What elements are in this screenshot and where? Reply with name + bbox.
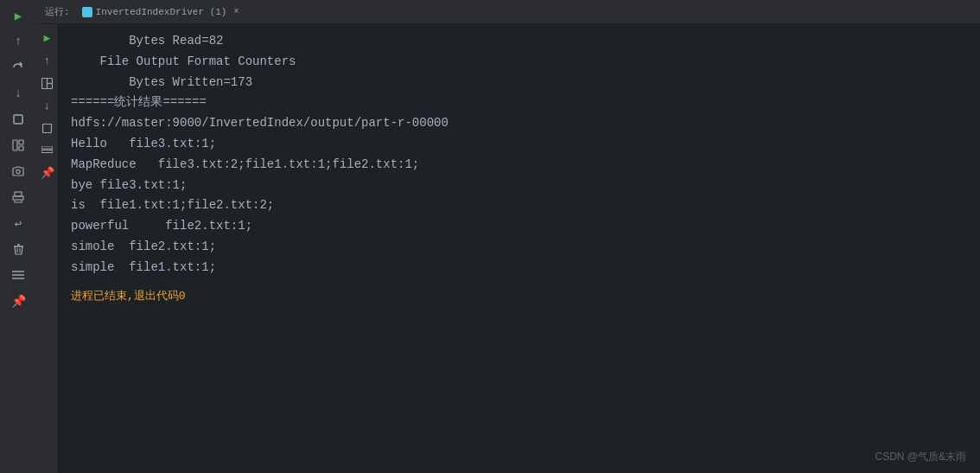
toolbar-stop-btn[interactable] — [39, 119, 56, 137]
toolbar-up-btn[interactable]: ↑ — [39, 52, 56, 69]
output-line: simple file1.txt:1; — [71, 258, 968, 278]
svg-point-4 — [16, 169, 20, 173]
sidebar-rerun-btn[interactable] — [4, 55, 32, 80]
sidebar-camera-btn[interactable] — [4, 159, 32, 183]
status-line: 进程已结束,退出代码0 — [71, 287, 968, 306]
svg-rect-0 — [14, 115, 22, 124]
svg-rect-2 — [19, 140, 23, 144]
sidebar-run-btn[interactable]: ▶ — [4, 3, 32, 28]
svg-rect-16 — [43, 124, 52, 132]
output-line: hdfs://master:9000/InvertedIndex/output/… — [71, 113, 968, 134]
tab-close-btn[interactable]: × — [233, 7, 239, 16]
content-area: ▶ ↑ ↓ 📌 — [36, 24, 980, 473]
sidebar: ▶ ↑ ↓ ↩ — [0, 0, 36, 473]
sidebar-stop-btn[interactable] — [4, 107, 32, 131]
main-content: 运行: InvertedIndexDriver (1) × ▶ ↑ ↓ — [36, 0, 980, 473]
toolbar-stack-btn[interactable] — [39, 142, 56, 159]
toolbar-down-btn[interactable]: ↓ — [39, 97, 56, 114]
output-line: Bytes Read=82 — [71, 31, 968, 52]
toolbar-run-btn[interactable]: ▶ — [39, 29, 56, 47]
tab-item[interactable]: InvertedIndexDriver (1) × — [75, 0, 246, 23]
left-toolbar: ▶ ↑ ↓ 📌 — [36, 24, 59, 473]
svg-rect-3 — [19, 146, 23, 150]
output-line: Bytes Written=173 — [71, 73, 968, 93]
output-line: MapReduce file3.txt:2;file1.txt:1;file2.… — [71, 155, 968, 176]
sidebar-edit-btn[interactable]: ↩ — [4, 211, 32, 235]
svg-rect-17 — [41, 146, 53, 149]
sidebar-delete-btn[interactable] — [4, 237, 32, 261]
tab-file-icon — [82, 7, 92, 17]
svg-rect-1 — [13, 140, 17, 150]
output-line: powerful file2.txt:1; — [71, 216, 968, 237]
svg-rect-18 — [41, 150, 53, 153]
output-line: simole file2.txt:1; — [71, 237, 968, 258]
output-panel[interactable]: Bytes Read=82 File Output Format Counter… — [59, 24, 980, 473]
sidebar-down-btn[interactable]: ↓ — [4, 81, 32, 105]
toolbar-pin-btn[interactable]: 📌 — [39, 164, 56, 182]
output-line: bye file3.txt:1; — [71, 176, 968, 196]
sidebar-layout-btn[interactable] — [4, 133, 32, 157]
sidebar-menu-btn[interactable] — [4, 263, 32, 287]
output-line: Hello file3.txt:1; — [71, 134, 968, 155]
toolbar-layout-btn[interactable] — [39, 74, 56, 92]
watermark: CSDN @气质&末雨 — [875, 450, 966, 464]
sidebar-up-btn[interactable]: ↑ — [4, 29, 32, 54]
sidebar-pin-btn[interactable]: 📌 — [4, 289, 32, 313]
sidebar-print-btn[interactable] — [4, 185, 32, 209]
output-line: is file1.txt:1;file2.txt:2; — [71, 195, 968, 216]
run-prefix: 运行: — [40, 5, 75, 18]
tab-bar: 运行: InvertedIndexDriver (1) × — [36, 0, 980, 24]
svg-rect-5 — [15, 192, 22, 196]
output-line: ======统计结果====== — [71, 93, 968, 113]
tab-title: InvertedIndexDriver (1) — [96, 7, 227, 17]
output-line: File Output Format Counters — [71, 52, 968, 73]
